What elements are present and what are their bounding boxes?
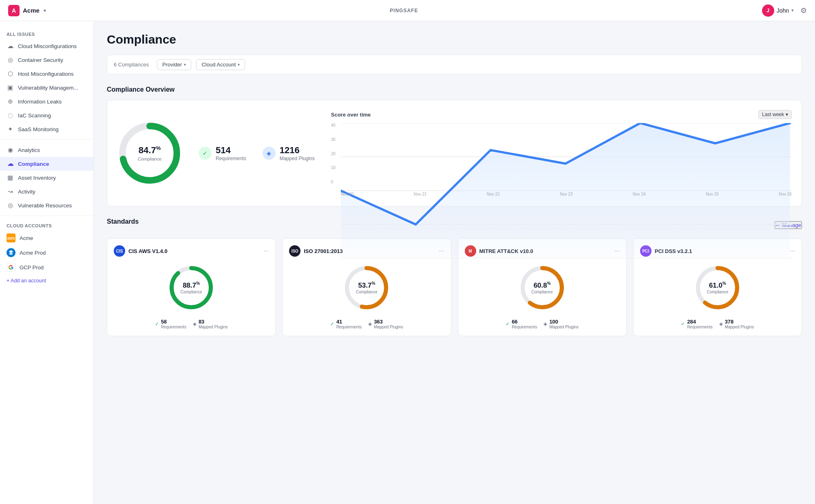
filter-bar: 6 Compliances Provider ▾ Cloud Account ▾ <box>107 55 802 75</box>
sidebar-item-vuln-management[interactable]: ▣ Vulnerability Managem... <box>0 81 93 95</box>
sidebar-section-all-issues: All Issues <box>0 28 93 39</box>
cis-info: CIS CIS AWS V1.4.0 <box>114 245 168 257</box>
sidebar-label-asset-inventory: Asset Inventory <box>18 175 56 181</box>
sidebar-item-analytics[interactable]: ◉ Analytics <box>0 143 93 157</box>
mitre-req-value: 66 <box>512 319 537 325</box>
sidebar-divider <box>0 139 93 140</box>
settings-icon[interactable]: ⚙ <box>800 6 807 15</box>
pci-donut-label: 61.0% Compliance <box>707 281 728 294</box>
main-donut-percent: 84.7% <box>138 145 161 156</box>
pci-donut: 61.0% Compliance <box>693 263 742 312</box>
user-chevron-icon: ▾ <box>791 8 794 13</box>
cis-badge: CIS <box>114 245 125 257</box>
add-account-button[interactable]: + Add an account <box>0 275 93 287</box>
activity-icon: ↝ <box>7 188 14 195</box>
provider-filter-label: Provider <box>162 62 182 68</box>
cis-header: CIS CIS AWS V1.4.0 ··· <box>114 245 269 257</box>
iso-plugins-label: Mapped Plugins <box>374 325 403 329</box>
chart-header: Score over time Last week ▾ <box>331 110 792 119</box>
pci-plugins-label: Mapped Plugins <box>725 325 754 329</box>
chart-filter-button[interactable]: Last week ▾ <box>758 110 792 119</box>
cis-more-icon[interactable]: ··· <box>263 247 269 255</box>
cis-donut-label: 88.7% Compliance <box>181 281 202 294</box>
iso-plugins-stat: ◈ 363 Mapped Plugins <box>368 319 403 329</box>
mitre-plugins-value: 100 <box>549 319 579 325</box>
iso-donut: 53.7% Compliance <box>342 263 391 312</box>
pci-req-icon: ✓ <box>681 321 685 327</box>
sidebar-label-analytics: Analytics <box>18 147 40 153</box>
pci-percent: 61.0% <box>707 281 728 290</box>
pci-stats: ✓ 284 Requirements ◈ 378 Mapped Plugins <box>640 319 795 329</box>
sidebar-item-saas-monitoring[interactable]: ✦ SaaS Monitoring <box>0 122 93 136</box>
app-logo: A <box>8 5 20 16</box>
sidebar-item-container-security[interactable]: ◎ Container Security <box>0 53 93 67</box>
azure-badge <box>7 248 15 257</box>
cloud-account-acme[interactable]: aws Acme <box>0 231 93 245</box>
iso-percent: 53.7% <box>356 281 378 290</box>
vuln-icon: ▣ <box>7 84 14 91</box>
iso-badge: ISO <box>289 245 300 257</box>
account-label-acme: Acme <box>20 235 33 241</box>
cloud-account-acme-prod[interactable]: Acme Prod <box>0 245 93 260</box>
app-name: Acme <box>23 7 40 14</box>
page-title: Compliance <box>107 33 802 46</box>
main-content: Compliance 6 Compliances Provider ▾ Clou… <box>94 21 815 504</box>
sidebar-item-iac-scanning[interactable]: ◌ IaC Scanning <box>0 108 93 122</box>
chart-y-labels: 40 30 20 10 0 <box>331 123 336 184</box>
brand-name: PINGSAFE <box>390 8 418 13</box>
sidebar-item-compliance[interactable]: ☁ Compliance <box>0 157 93 171</box>
app-chevron-icon[interactable]: ▾ <box>44 8 46 13</box>
topbar-left: A Acme ▾ <box>8 5 46 16</box>
plugins-label: Mapped Plugins <box>280 156 315 161</box>
pci-sublabel: Compliance <box>707 290 728 294</box>
mitre-donut-label: 60.8% Compliance <box>531 281 553 294</box>
mitre-req-icon: ✓ <box>506 321 510 327</box>
filter-count: 6 Compliances <box>114 62 149 68</box>
sidebar-item-vulnerable-resources[interactable]: ◎ Vulnerable Resources <box>0 198 93 212</box>
requirements-label: Requirements <box>216 156 246 161</box>
compliance-icon: ☁ <box>7 160 14 167</box>
sidebar-label-saas-monitoring: SaaS Monitoring <box>18 126 59 132</box>
sidebar-item-host-misconfig[interactable]: ⬡ Host Misconfigurations <box>0 67 93 81</box>
cloud-account-filter-label: Cloud Account <box>201 62 236 68</box>
cloud-account-gcp-prod[interactable]: GCP Prod <box>0 260 93 275</box>
mitre-stats: ✓ 66 Requirements ◈ 100 Mapped Plugins <box>465 319 620 329</box>
iso-req-icon: ✓ <box>330 321 334 327</box>
standard-card-cis: CIS CIS AWS V1.4.0 ··· 88.7% Compliance <box>107 238 276 336</box>
sidebar-item-cloud-misconfig[interactable]: ☁ Cloud Misconfigurations <box>0 39 93 53</box>
cloud-account-filter[interactable]: Cloud Account ▾ <box>196 59 245 70</box>
chart-svg <box>341 123 792 258</box>
cis-req-label: Requirements <box>161 325 186 329</box>
iso-req-label: Requirements <box>336 325 362 329</box>
mitre-donut: 60.8% Compliance <box>518 263 567 312</box>
plugins-stat: ◈ 1216 Mapped Plugins <box>263 145 315 161</box>
requirements-stat: ✓ 514 Requirements <box>199 145 246 161</box>
mitre-plugins-icon: ◈ <box>543 321 547 327</box>
chart-filter-label: Last week <box>762 112 784 117</box>
mitre-plugins-stat: ◈ 100 Mapped Plugins <box>543 319 579 329</box>
sidebar-label-iac-scanning: IaC Scanning <box>18 112 51 119</box>
sidebar-item-information-leaks[interactable]: ⊛ Information Leaks <box>0 95 93 108</box>
chart-area: 40 30 20 10 0 <box>331 123 792 196</box>
main-donut-sublabel: Compliance <box>138 156 161 161</box>
pci-req-label: Requirements <box>687 325 712 329</box>
cloud-account-chevron-icon: ▾ <box>238 62 240 67</box>
cis-donut: 88.7% Compliance <box>167 263 216 312</box>
cis-plugins-icon: ◈ <box>193 321 197 327</box>
avatar: J <box>762 4 774 17</box>
container-icon: ◎ <box>7 56 14 64</box>
saas-icon: ✦ <box>7 125 14 133</box>
sidebar-item-asset-inventory[interactable]: ▦ Asset Inventory <box>0 171 93 185</box>
cis-req-stat: ✓ 58 Requirements <box>155 319 186 329</box>
cis-plugins-value: 83 <box>199 319 228 325</box>
sidebar-item-activity[interactable]: ↝ Activity <box>0 185 93 198</box>
sidebar-section-cloud-accounts: Cloud Accounts <box>0 219 93 231</box>
cis-req-icon: ✓ <box>155 321 159 327</box>
aws-badge: aws <box>7 233 15 242</box>
provider-filter[interactable]: Provider ▾ <box>157 59 191 70</box>
user-menu[interactable]: J John ▾ <box>762 4 794 17</box>
layout: All Issues ☁ Cloud Misconfigurations ◎ C… <box>0 21 815 504</box>
mitre-percent: 60.8% <box>531 281 553 290</box>
cis-stats: ✓ 58 Requirements ◈ 83 Mapped Plugins <box>114 319 269 329</box>
asset-icon: ▦ <box>7 174 14 181</box>
